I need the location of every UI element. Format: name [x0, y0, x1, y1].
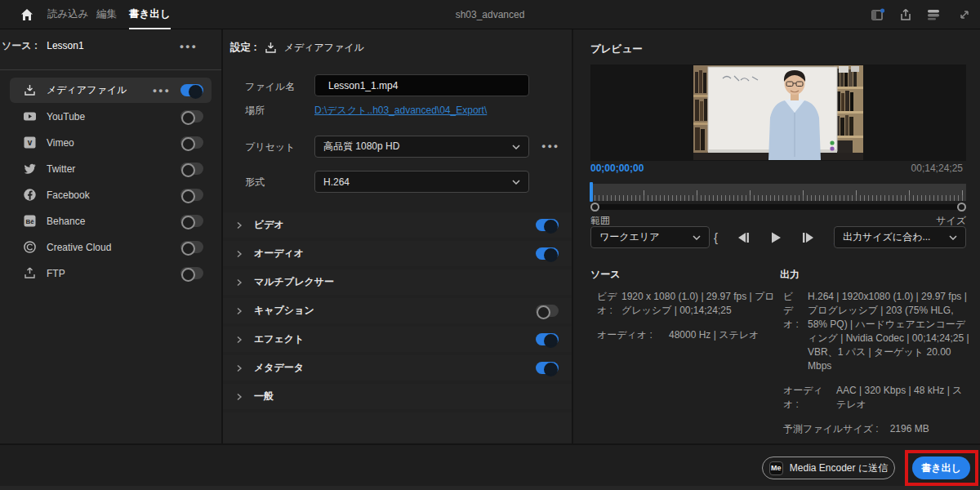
sidebar-item-creative-cloud[interactable]: Creative Cloud — [10, 234, 212, 260]
transport-controls: { } — [714, 226, 838, 248]
footer-bar: Me Media Encoder に送信 書き出し — [0, 443, 980, 490]
output-info: ビ デ オ : H.264 | 1920x1080 (1.0) | 29.97 … — [783, 290, 969, 447]
mark-in-button[interactable]: { — [714, 226, 718, 248]
creative-cloud-toggle[interactable] — [180, 241, 203, 253]
youtube-icon — [23, 109, 37, 123]
preview-panel: プレビュー — [573, 29, 980, 443]
sidebar-item-media-file[interactable]: メディアファイル ●●● — [10, 78, 212, 103]
filename-label: ファイル名 — [245, 80, 295, 94]
section-audio[interactable]: オーディオ — [223, 241, 572, 266]
project-title: sh03_advanced — [0, 0, 980, 29]
sidebar-item-youtube[interactable]: YouTube — [10, 104, 212, 129]
sidebar-item-ftp[interactable]: FTP — [10, 261, 212, 286]
section-effects[interactable]: エフェクト — [223, 327, 572, 352]
more-icon[interactable]: ●●● — [180, 42, 198, 51]
audio-toggle[interactable] — [536, 247, 559, 260]
vimeo-toggle[interactable] — [180, 136, 203, 149]
chevron-down-icon — [512, 180, 520, 185]
video-toggle[interactable] — [536, 219, 559, 231]
media-encoder-icon: Me — [769, 461, 783, 475]
youtube-toggle[interactable] — [180, 110, 203, 122]
chevron-right-icon — [236, 279, 243, 286]
vimeo-icon: v — [23, 136, 37, 149]
range-out-handle[interactable] — [957, 203, 966, 212]
sidebar-item-vimeo[interactable]: v Vimeo — [10, 130, 212, 155]
preset-dropdown[interactable]: 高品質 1080p HD — [314, 136, 529, 158]
media-file-toggle[interactable] — [180, 84, 203, 96]
preset-label: プリセット — [245, 140, 295, 154]
size-dropdown[interactable]: 出力サイズに合わ... — [834, 226, 966, 248]
timeline-ruler[interactable] — [590, 184, 966, 201]
source-info-title: ソース — [590, 268, 621, 282]
format-dropdown[interactable]: H.264 — [314, 171, 529, 193]
captions-toggle[interactable] — [536, 305, 559, 317]
sidebar-item-behance[interactable]: Bē Behance — [10, 208, 212, 234]
section-captions[interactable]: キャプション — [223, 298, 572, 323]
ftp-icon — [23, 266, 37, 280]
share-icon[interactable] — [898, 7, 913, 22]
behance-toggle[interactable] — [180, 215, 203, 227]
chevron-right-icon — [236, 336, 243, 343]
section-metadata[interactable]: メタデータ — [223, 355, 572, 381]
section-video[interactable]: ビデオ — [223, 212, 572, 238]
export-button[interactable]: 書き出し — [912, 457, 970, 479]
chevron-down-icon — [512, 145, 520, 149]
range-dropdown[interactable]: ワークエリア — [590, 226, 710, 248]
facebook-icon — [23, 188, 37, 202]
export-settings-panel: 設定 : メディアファイル ファイル名 場所 D:\デスクト..h03_adva… — [223, 29, 572, 443]
chevron-right-icon — [236, 308, 243, 314]
workspaces-icon[interactable] — [926, 7, 941, 22]
creative-cloud-icon — [23, 240, 37, 254]
range-in-handle[interactable] — [590, 203, 599, 212]
location-link[interactable]: D:\デスクト..h03_advanced\04_Export\ — [314, 104, 487, 118]
source-label: ソース : — [2, 40, 38, 51]
chevron-down-icon — [949, 235, 957, 240]
sidebar-item-facebook[interactable]: Facebook — [10, 182, 212, 207]
sidebar-item-twitter[interactable]: Twitter — [10, 156, 212, 181]
source-video-row: ビデ オ : 1920 x 1080 (1.0) | 29.97 fps | プ… — [597, 290, 778, 318]
svg-text:v: v — [28, 138, 33, 147]
timecode-duration: 00;14;24;25 — [911, 163, 963, 174]
facebook-toggle[interactable] — [180, 189, 203, 201]
source-info: ビデ オ : 1920 x 1080 (1.0) | 29.97 fps | プ… — [597, 290, 778, 353]
settings-destination: メディアファイル — [284, 41, 364, 55]
range-track[interactable] — [595, 204, 962, 210]
more-icon[interactable]: ●●● — [153, 87, 171, 95]
top-bar: 読み込み 編集 書き出し sh03_advanced — [0, 0, 980, 29]
chevron-right-icon — [236, 251, 243, 257]
filename-input[interactable] — [314, 74, 529, 96]
section-general[interactable]: 一般 — [223, 384, 572, 409]
chevron-right-icon — [236, 365, 243, 372]
source-sequence-name: Lesson1 — [47, 40, 83, 51]
fullscreen-icon[interactable] — [957, 7, 972, 22]
twitter-toggle[interactable] — [180, 163, 203, 175]
chevron-down-icon — [693, 235, 701, 240]
output-info-title: 出力 — [780, 268, 800, 282]
source-audio-row: オーディオ : 48000 Hz | ステレオ — [597, 328, 778, 342]
send-to-media-encoder-button[interactable]: Me Media Encoder に送信 — [762, 457, 895, 479]
timecode-current: 00;00;00;00 — [590, 163, 644, 174]
ftp-toggle[interactable] — [180, 267, 203, 279]
step-forward-button[interactable] — [801, 232, 816, 243]
media-file-icon — [23, 83, 37, 97]
settings-header: 設定 : メディアファイル — [230, 41, 364, 55]
output-video-row: ビ デ オ : H.264 | 1920x1080 (1.0) | 29.97 … — [783, 290, 969, 373]
output-audio-row: オーディ オ : AAC | 320 Kbps | 48 kHz | ステレオ — [783, 384, 969, 412]
playhead[interactable] — [590, 182, 593, 202]
divider — [0, 69, 221, 70]
workspace-icon[interactable] — [871, 7, 885, 22]
play-button[interactable] — [768, 232, 783, 243]
effects-toggle[interactable] — [536, 333, 559, 345]
preset-more-icon[interactable]: ●●● — [541, 142, 559, 150]
metadata-toggle[interactable] — [536, 362, 559, 374]
twitter-icon — [23, 162, 37, 176]
chevron-right-icon — [236, 222, 243, 229]
range-bar — [590, 202, 966, 212]
preview-viewport — [590, 65, 966, 161]
chevron-right-icon — [236, 394, 243, 400]
section-multiplexer[interactable]: マルチプレクサー — [223, 270, 572, 295]
settings-label: 設定 : — [230, 41, 257, 55]
video-frame — [693, 65, 863, 160]
section-empty — [223, 412, 572, 443]
step-back-button[interactable] — [736, 232, 751, 243]
